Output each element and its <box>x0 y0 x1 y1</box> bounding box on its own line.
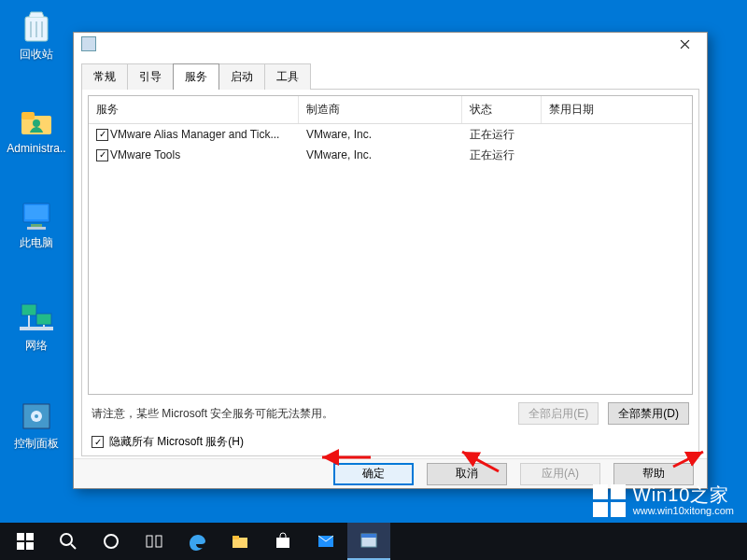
list-row[interactable]: VMware Alias Manager and Tick... VMware,… <box>89 124 692 145</box>
row-checkbox[interactable] <box>96 149 108 161</box>
app-icon <box>81 36 96 51</box>
service-name: VMware Tools <box>110 148 180 161</box>
close-icon <box>680 39 690 49</box>
tab-strip: 常规 引导 服务 启动 工具 <box>81 63 699 89</box>
task-view-button[interactable] <box>133 523 176 560</box>
list-body: VMware Alias Manager and Tick... VMware,… <box>89 124 692 394</box>
desktop-icon-label: 回收站 <box>6 47 67 63</box>
cell-status: 正在运行 <box>462 127 542 143</box>
tab-body: 服务 制造商 状态 禁用日期 VMware Alias Manager and … <box>81 89 699 456</box>
tab-boot[interactable]: 引导 <box>127 63 174 90</box>
folder-icon <box>231 532 249 551</box>
msconfig-dialog: 常规 引导 服务 启动 工具 服务 制造商 状态 禁用日期 VMware A <box>73 32 708 489</box>
desktop-icon-label: Administra.. <box>6 142 67 155</box>
msconfig-taskbar-button[interactable] <box>347 523 390 560</box>
cancel-button[interactable]: 取消 <box>427 463 507 485</box>
svg-point-6 <box>33 119 40 127</box>
edge-icon <box>188 532 206 551</box>
user-folder-icon <box>18 103 55 140</box>
desktop-icon-label: 此电脑 <box>6 235 67 251</box>
watermark-line1: Win10之家 <box>633 484 734 505</box>
search-button[interactable] <box>47 523 90 560</box>
note-row: 请注意，某些 Microsoft 安全服务可能无法禁用。 全部启用(E) 全部禁… <box>92 402 689 425</box>
list-header[interactable]: 服务 制造商 状态 禁用日期 <box>89 96 692 124</box>
svg-rect-23 <box>26 542 34 550</box>
svg-rect-21 <box>26 533 34 540</box>
search-icon <box>59 532 78 551</box>
windows-icon <box>16 532 35 551</box>
col-status[interactable]: 状态 <box>462 96 542 123</box>
desktop-icon-label: 控制面板 <box>6 436 67 452</box>
tab-area: 常规 引导 服务 启动 工具 服务 制造商 状态 禁用日期 VMware A <box>74 55 707 458</box>
cell-service: VMware Alias Manager and Tick... <box>89 128 299 141</box>
mail-button[interactable] <box>304 523 347 560</box>
control-panel-icon <box>18 397 55 434</box>
row-checkbox[interactable] <box>96 129 108 141</box>
svg-rect-28 <box>156 536 162 547</box>
edge-button[interactable] <box>176 523 218 560</box>
disable-all-button[interactable]: 全部禁用(D) <box>608 402 689 425</box>
svg-line-25 <box>71 544 76 549</box>
start-button[interactable] <box>4 523 47 560</box>
note-text: 请注意，某些 Microsoft 安全服务可能无法禁用。 <box>92 406 333 422</box>
svg-rect-34 <box>361 534 376 538</box>
help-button[interactable]: 帮助 <box>613 463 694 485</box>
svg-point-26 <box>105 535 118 548</box>
this-pc-icon <box>18 196 55 233</box>
tab-services[interactable]: 服务 <box>173 63 219 90</box>
watermark-line2: www.win10xitong.com <box>633 505 734 516</box>
cell-service: VMware Tools <box>89 148 299 161</box>
desktop-icon-control-panel[interactable]: 控制面板 <box>6 397 67 452</box>
watermark: Win10之家 www.win10xitong.com <box>593 484 734 517</box>
svg-rect-31 <box>276 538 289 548</box>
svg-rect-8 <box>25 205 48 219</box>
mail-icon <box>317 532 335 551</box>
titlebar <box>74 33 707 55</box>
apply-button[interactable]: 应用(A) <box>520 463 600 485</box>
svg-rect-10 <box>27 227 46 230</box>
windows-logo-icon <box>593 484 626 517</box>
tab-startup[interactable]: 启动 <box>218 63 265 90</box>
task-view-icon <box>145 532 163 551</box>
hide-ms-checkbox[interactable] <box>92 436 104 448</box>
msconfig-icon <box>359 531 378 550</box>
enable-all-button[interactable]: 全部启用(E) <box>518 402 599 425</box>
cell-status: 正在运行 <box>462 147 542 163</box>
desktop-icon-user[interactable]: Administra.. <box>6 103 67 155</box>
cortana-icon <box>102 532 120 551</box>
svg-rect-11 <box>21 304 36 315</box>
hide-ms-services-row: 隐藏所有 Microsoft 服务(H) <box>92 434 689 450</box>
desktop-icon-network[interactable]: 网络 <box>6 299 67 354</box>
tab-general[interactable]: 常规 <box>81 63 128 90</box>
service-name: VMware Alias Manager and Tick... <box>110 128 279 141</box>
svg-rect-30 <box>233 536 239 539</box>
network-icon <box>18 299 55 336</box>
svg-point-24 <box>61 534 72 545</box>
col-manufacturer[interactable]: 制造商 <box>299 96 462 123</box>
cell-manufacturer: VMware, Inc. <box>299 148 462 161</box>
col-service[interactable]: 服务 <box>89 96 299 123</box>
taskbar[interactable] <box>0 523 747 560</box>
cortana-button[interactable] <box>90 523 133 560</box>
svg-rect-22 <box>17 542 24 550</box>
close-button[interactable] <box>666 33 703 55</box>
hide-ms-label: 隐藏所有 Microsoft 服务(H) <box>109 434 244 450</box>
services-list[interactable]: 服务 制造商 状态 禁用日期 VMware Alias Manager and … <box>88 95 693 395</box>
store-icon <box>274 532 292 551</box>
explorer-button[interactable] <box>218 523 261 560</box>
col-disabled-date[interactable]: 禁用日期 <box>542 96 692 123</box>
tab-tools[interactable]: 工具 <box>264 63 311 90</box>
list-row[interactable]: VMware Tools VMware, Inc. 正在运行 <box>89 145 692 165</box>
svg-point-16 <box>35 414 38 418</box>
svg-rect-12 <box>36 314 51 325</box>
svg-rect-27 <box>147 536 152 547</box>
desktop-icon-recycle-bin[interactable]: 回收站 <box>6 7 67 63</box>
svg-rect-5 <box>21 112 35 119</box>
cell-manufacturer: VMware, Inc. <box>299 128 462 141</box>
store-button[interactable] <box>261 523 304 560</box>
desktop-icon-this-pc[interactable]: 此电脑 <box>6 196 67 251</box>
svg-rect-20 <box>17 533 24 540</box>
ok-button[interactable]: 确定 <box>333 463 414 485</box>
svg-rect-9 <box>31 224 42 227</box>
recycle-bin-icon <box>18 7 55 45</box>
